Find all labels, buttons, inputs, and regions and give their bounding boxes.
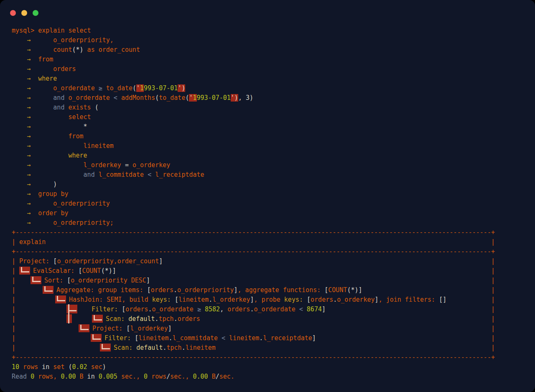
- token: [12, 142, 27, 150]
- token: COUNT: [82, 267, 101, 275]
- token: ): [38, 181, 57, 188]
- token: (: [68, 363, 72, 371]
- continuation-arrow-icon: →: [27, 46, 31, 53]
- token: from: [38, 132, 83, 140]
- table-right-border: |: [491, 237, 495, 247]
- token: <: [148, 171, 151, 178]
- token: orders: [311, 296, 333, 303]
- token: , join filters:: [379, 296, 439, 303]
- token: [31, 200, 38, 207]
- token: 8582: [205, 305, 220, 313]
- continuation-arrow-icon: →: [27, 171, 31, 178]
- minimize-button[interactable]: [21, 10, 27, 16]
- token: 1: [140, 84, 144, 92]
- table-right-border: |: [491, 305, 495, 314]
- table-right-border: |: [491, 276, 495, 285]
- token: orders: [227, 305, 250, 313]
- status-line: 10 rows in set (0.02 sec): [12, 362, 531, 372]
- token: and: [38, 94, 64, 102]
- token: [: [135, 334, 138, 342]
- token: count: [38, 46, 72, 53]
- token: [31, 94, 38, 102]
- token: to_date: [102, 84, 132, 92]
- token: rows,: [34, 373, 57, 380]
- sql-line: → and o_orderdate < addMonths(to_date('1…: [12, 93, 531, 103]
- continuation-arrow-icon: →: [27, 161, 31, 169]
- token: 0.02: [72, 363, 87, 371]
- sql-query-block: mysql> explain select → o_orderpriority,…: [12, 26, 531, 228]
- token: (*): [72, 46, 84, 53]
- token: sec.,: [170, 373, 189, 380]
- token: B: [208, 373, 216, 380]
- continuation-arrow-icon: →: [27, 75, 31, 82]
- token: ': [189, 94, 193, 102]
- token: [31, 219, 38, 227]
- token: [19, 349, 100, 350]
- close-button[interactable]: [10, 10, 16, 16]
- token: EvalScalar:: [33, 267, 78, 275]
- window-titlebar[interactable]: [0, 0, 535, 22]
- tree-tee-icon: [66, 305, 77, 313]
- table-left-border: |: [12, 277, 19, 284]
- tree-elbow-icon: [91, 334, 102, 342]
- token: lineitem: [186, 344, 216, 351]
- token: [19, 321, 66, 321]
- token: .: [173, 286, 177, 294]
- terminal-output: mysql> explain select → o_orderpriority,…: [12, 26, 531, 392]
- token: 0.00: [57, 373, 76, 380]
- token: =: [125, 161, 129, 169]
- token: [31, 46, 38, 53]
- token: o_orderdate: [254, 305, 299, 313]
- token: [19, 292, 43, 292]
- sql-line: → select: [12, 112, 531, 122]
- continuation-arrow-icon: →: [27, 104, 31, 111]
- token: 993-07-01: [197, 94, 231, 102]
- continuation-arrow-icon: →: [27, 84, 31, 92]
- sql-line: → ): [12, 180, 531, 189]
- token: from: [38, 56, 53, 63]
- token: [12, 190, 27, 198]
- continuation-arrow-icon: →: [27, 56, 31, 63]
- token: , 3): [238, 94, 253, 102]
- plan-row: | Scan: default.tpch.orders|: [12, 314, 531, 324]
- token: o_orderdate: [152, 305, 197, 313]
- token: sec: [87, 363, 102, 371]
- token: [12, 219, 27, 227]
- token: o_orderdate: [64, 94, 113, 102]
- token: .: [169, 334, 173, 342]
- token: l_orderkey: [212, 296, 250, 303]
- table-right-border: |: [491, 314, 495, 324]
- token: (: [95, 104, 99, 111]
- token: lineitem: [178, 296, 209, 303]
- token: lineitem: [138, 334, 168, 342]
- table-left-border: |: [12, 334, 19, 342]
- table-right-border: |: [491, 266, 495, 276]
- token: [: [324, 286, 328, 294]
- plan-row: | Project: [o_orderpriority,order_count]…: [12, 257, 531, 266]
- token: [31, 65, 38, 73]
- token: [31, 152, 38, 159]
- token: 10: [12, 363, 19, 371]
- token: Project:: [92, 325, 126, 332]
- token: .: [209, 296, 212, 303]
- sql-line: → group by: [12, 189, 531, 199]
- token: orders: [178, 315, 200, 323]
- token: where: [38, 75, 57, 82]
- token: ]: [168, 325, 172, 332]
- token: l_commitdate: [173, 334, 222, 342]
- token: ]: [322, 305, 326, 313]
- token: .: [148, 305, 152, 313]
- token: [12, 113, 27, 121]
- token: where: [38, 152, 87, 159]
- token: to_date: [159, 94, 185, 102]
- token: keys:: [284, 296, 307, 303]
- token: [31, 171, 38, 178]
- token: [19, 301, 55, 302]
- maximize-button[interactable]: [33, 10, 38, 16]
- tree-elbow-icon: [31, 276, 41, 284]
- token: orders: [151, 286, 173, 294]
- tree-elbow-icon: [19, 267, 30, 275]
- continuation-arrow-icon: →: [27, 181, 31, 188]
- token: [12, 209, 27, 217]
- token: [19, 340, 91, 340]
